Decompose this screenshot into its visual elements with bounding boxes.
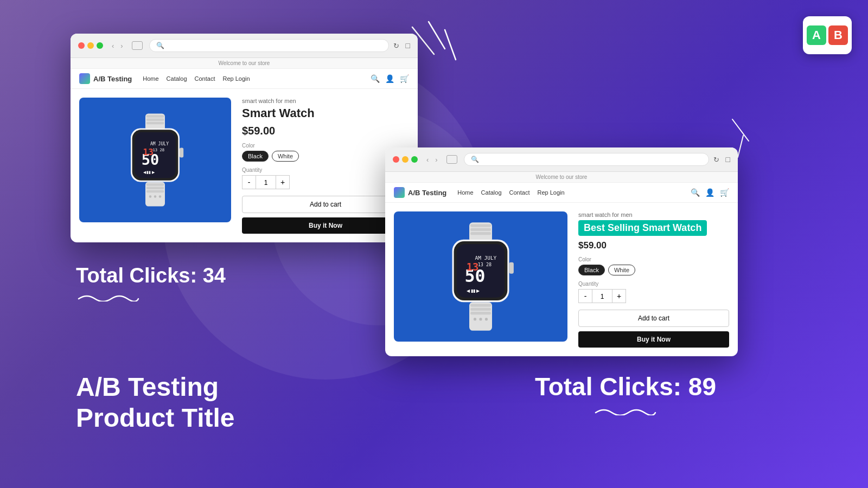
svg-rect-17 <box>180 148 183 158</box>
cart-icon-a[interactable]: 🛒 <box>400 74 409 83</box>
store-nav-b: A/B Testing Home Catalog Contact Rep Log… <box>385 183 738 203</box>
store-logo-text-a: A/B Testing <box>93 75 132 83</box>
svg-text:◀ ▮▮ ▶: ◀ ▮▮ ▶ <box>143 170 156 175</box>
share-btn-b[interactable]: □ <box>726 155 730 164</box>
browser-dots-a <box>78 42 103 49</box>
store-banner-b: Welcome to our store <box>385 172 738 183</box>
ab-box-b: B <box>828 25 848 45</box>
store-nav-a: A/B Testing Home Catalog Contact Rep Log… <box>71 69 418 89</box>
squiggle-b <box>593 404 658 415</box>
share-btn-a[interactable]: □ <box>406 41 410 50</box>
product-image-b: AM JULY 13 28 50 13 ◀ ▮▮ ▶ <box>394 211 567 342</box>
browser-nav-b: ‹ › <box>424 155 440 165</box>
qty-plus-a[interactable]: + <box>276 175 290 189</box>
product-title-a: Smart Watch <box>242 106 409 120</box>
nav-catalog-a[interactable]: Catalog <box>167 75 187 82</box>
svg-line-3 <box>732 119 749 141</box>
forward-btn-a[interactable]: › <box>118 41 125 51</box>
clicks-text-b: Total Clicks: 89 <box>535 372 716 401</box>
back-btn-b[interactable]: ‹ <box>424 155 431 165</box>
product-price-b: $59.00 <box>578 240 729 251</box>
browser-tab-b <box>446 155 457 164</box>
dot-red-b[interactable] <box>393 156 399 163</box>
watch-svg-a: AM JULY 13 28 50 13 ◀ ▮▮ ▶ <box>112 111 199 209</box>
svg-line-4 <box>738 136 743 157</box>
reload-btn-a[interactable]: ↻ <box>393 42 399 50</box>
qty-minus-b[interactable]: - <box>578 289 592 303</box>
product-subtitle-b: smart watch for men <box>578 211 729 218</box>
search-icon-b[interactable]: 🔍 <box>691 188 700 197</box>
store-icons-a: 🔍 👤 🛒 <box>371 74 409 83</box>
add-to-cart-b[interactable]: Add to cart <box>578 310 729 327</box>
search-icon-a[interactable]: 🔍 <box>371 74 380 83</box>
svg-text:13: 13 <box>467 261 479 273</box>
squiggle-a <box>76 291 141 301</box>
store-logo-icon-a <box>79 73 90 84</box>
total-clicks-b: Total Clicks: 89 <box>535 372 716 418</box>
nav-rep-login-a[interactable]: Rep Login <box>222 75 250 82</box>
product-subtitle-a: smart watch for men <box>242 98 409 104</box>
clicks-text-a: Total Clicks: 34 <box>76 264 226 287</box>
reload-btn-b[interactable]: ↻ <box>713 156 719 164</box>
ab-logo-inner: A B <box>807 25 848 45</box>
cart-icon-b[interactable]: 🛒 <box>720 188 729 197</box>
svg-rect-26 <box>470 224 491 227</box>
main-title-line1: A/B Testing <box>76 371 234 403</box>
dot-yellow-b[interactable] <box>402 156 409 163</box>
nav-contact-b[interactable]: Contact <box>509 189 530 196</box>
dot-green-b[interactable] <box>411 156 418 163</box>
svg-rect-7 <box>146 119 164 121</box>
buy-now-a[interactable]: Buy it Now <box>242 217 409 234</box>
svg-rect-39 <box>470 304 491 306</box>
product-title-b: Best Selling Smart Watch <box>578 220 707 236</box>
svg-rect-37 <box>509 262 514 274</box>
store-logo-text-b: A/B Testing <box>408 189 446 197</box>
svg-rect-6 <box>146 115 164 118</box>
qty-label-b: Quantity <box>578 281 729 287</box>
nav-home-a[interactable]: Home <box>143 75 158 82</box>
color-black-b[interactable]: Black <box>578 265 605 275</box>
dot-red-a[interactable] <box>78 42 85 49</box>
nav-rep-login-b[interactable]: Rep Login <box>537 189 564 196</box>
color-white-b[interactable]: White <box>608 265 635 275</box>
ab-box-a: A <box>807 25 826 45</box>
browser-chrome-a: ‹ › 🔍 ↻ □ <box>71 34 418 58</box>
color-white-a[interactable]: White <box>272 151 299 162</box>
svg-rect-40 <box>470 308 491 311</box>
forward-btn-b[interactable]: › <box>433 155 439 165</box>
svg-rect-27 <box>470 228 491 231</box>
color-options-b: Black White <box>578 265 729 275</box>
dot-green-a[interactable] <box>97 42 103 49</box>
svg-point-44 <box>485 318 488 320</box>
qty-minus-a[interactable]: - <box>242 175 256 189</box>
back-btn-a[interactable]: ‹ <box>110 41 116 51</box>
product-area-b: AM JULY 13 28 50 13 ◀ ▮▮ ▶ smart watch f… <box>385 203 738 356</box>
browser-dots-b <box>393 156 418 163</box>
svg-rect-19 <box>146 183 164 186</box>
qty-value-b: 1 <box>592 289 612 303</box>
store-logo-icon-b <box>394 187 405 198</box>
watch-svg-b: AM JULY 13 28 50 13 ◀ ▮▮ ▶ <box>429 220 532 333</box>
store-icons-b: 🔍 👤 🛒 <box>691 188 729 197</box>
add-to-cart-a[interactable]: Add to cart <box>242 196 409 213</box>
total-clicks-a: Total Clicks: 34 <box>76 264 226 304</box>
svg-rect-28 <box>470 232 491 235</box>
nav-home-b[interactable]: Home <box>457 189 473 196</box>
svg-point-43 <box>479 318 482 320</box>
ab-logo-corner: A B <box>803 16 852 54</box>
svg-text:AM  JULY: AM JULY <box>475 255 497 261</box>
qty-plus-b[interactable]: + <box>612 289 626 303</box>
dot-yellow-a[interactable] <box>87 42 94 49</box>
browser-nav-a: ‹ › <box>110 41 125 51</box>
address-bar-b[interactable]: 🔍 <box>464 153 709 166</box>
nav-contact-a[interactable]: Contact <box>195 75 215 82</box>
svg-rect-8 <box>146 122 164 125</box>
browser-tab-a <box>132 41 143 50</box>
color-black-a[interactable]: Black <box>242 151 269 162</box>
user-icon-a[interactable]: 👤 <box>385 74 394 83</box>
nav-catalog-b[interactable]: Catalog <box>481 189 502 196</box>
user-icon-b[interactable]: 👤 <box>705 188 714 197</box>
buy-now-b[interactable]: Buy it Now <box>578 331 729 348</box>
product-info-b: smart watch for men Best Selling Smart W… <box>578 211 729 348</box>
address-bar-a[interactable]: 🔍 <box>149 39 389 52</box>
